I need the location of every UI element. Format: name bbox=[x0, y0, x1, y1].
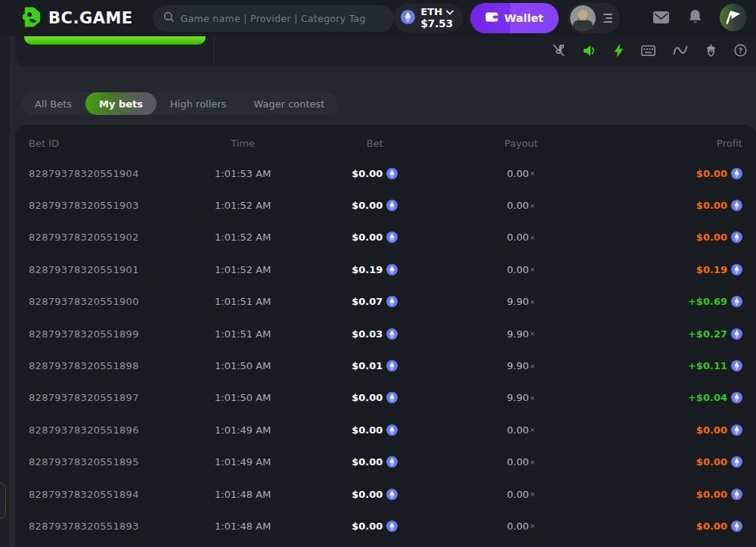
wallet-label: Wallet bbox=[504, 12, 544, 24]
eth-coin-icon bbox=[386, 328, 398, 340]
bet-id: 82879378320551901 bbox=[29, 264, 186, 275]
bets-table: Bet ID Time Bet Payout Profit 8287937832… bbox=[15, 125, 756, 547]
bet-time: 1:01:52 AM bbox=[186, 200, 300, 211]
multiplier-symbol: × bbox=[530, 490, 536, 498]
bet-amount: $0.00 bbox=[300, 456, 450, 468]
multiplier-symbol: × bbox=[530, 330, 536, 337]
bet-button-partial[interactable] bbox=[24, 36, 206, 45]
bet-profit: $0.00 bbox=[593, 521, 742, 532]
quests-button[interactable] bbox=[720, 4, 747, 33]
table-header: Bet ID Time Bet Payout Profit bbox=[29, 129, 742, 157]
table-row[interactable]: 82879378320551899 1:01:51 AM $0.03 9.90×… bbox=[29, 318, 742, 350]
table-row[interactable]: 82879378320551897 1:01:50 AM $0.00 9.90×… bbox=[29, 382, 742, 414]
bet-amount: $0.07 bbox=[300, 296, 450, 307]
mail-button[interactable] bbox=[653, 11, 669, 26]
table-row[interactable]: 82879378320551895 1:01:49 AM $0.00 0.00×… bbox=[29, 446, 742, 478]
sound-on-button[interactable] bbox=[583, 45, 596, 59]
bet-amount: $0.00 bbox=[300, 424, 450, 436]
multiplier-symbol: × bbox=[530, 169, 536, 177]
bet-payout: 9.90× bbox=[450, 296, 593, 307]
turbo-icon bbox=[614, 44, 624, 60]
bet-profit: $0.00 bbox=[593, 456, 742, 468]
bet-payout: 0.00× bbox=[450, 521, 593, 532]
bet-id: 82879378320551897 bbox=[29, 392, 186, 403]
pennant-icon bbox=[720, 4, 747, 33]
collapsed-side-button[interactable] bbox=[0, 483, 6, 519]
bets-tabs: All Bets My bets High rollers Wager cont… bbox=[21, 92, 338, 115]
bet-payout: 0.00× bbox=[450, 424, 593, 436]
multiplier-symbol: × bbox=[530, 202, 536, 210]
bet-id: 82879378320551896 bbox=[29, 424, 186, 436]
eth-coin-icon bbox=[386, 168, 398, 179]
notifications-button[interactable] bbox=[689, 10, 702, 26]
bet-profit: $0.00 bbox=[593, 424, 742, 436]
music-muted-button[interactable] bbox=[552, 44, 565, 59]
music-muted-icon bbox=[552, 44, 565, 59]
table-row[interactable]: 82879378320551902 1:01:52 AM $0.00 0.00×… bbox=[29, 222, 742, 253]
tab-high-rollers[interactable]: High rollers bbox=[156, 92, 240, 115]
bcgame-logo[interactable]: BC.GAME bbox=[21, 6, 133, 31]
eth-coin-icon bbox=[386, 360, 398, 371]
logo-text: BC.GAME bbox=[48, 9, 133, 27]
trends-button[interactable] bbox=[673, 45, 688, 58]
bet-time: 1:01:48 AM bbox=[186, 521, 300, 532]
bet-payout: 9.90× bbox=[450, 328, 593, 340]
col-bet: Bet bbox=[300, 138, 450, 149]
bet-profit: +$0.04 bbox=[593, 392, 742, 403]
bet-time: 1:01:50 AM bbox=[186, 392, 300, 403]
help-button[interactable]: ? bbox=[734, 44, 747, 59]
hotkeys-button[interactable] bbox=[641, 45, 655, 58]
table-row[interactable]: 82879378320551900 1:01:51 AM $0.07 9.90×… bbox=[29, 286, 742, 318]
bet-profit: $0.00 bbox=[593, 232, 742, 243]
balance-selector[interactable]: ETH $7.53 bbox=[394, 4, 463, 33]
search-icon bbox=[163, 11, 175, 26]
tab-all-bets[interactable]: All Bets bbox=[21, 92, 85, 115]
bet-amount: $0.00 bbox=[300, 200, 450, 211]
bet-time: 1:01:49 AM bbox=[186, 456, 300, 468]
eth-coin-icon bbox=[386, 456, 398, 468]
table-row[interactable]: 82879378320551894 1:01:48 AM $0.00 0.00×… bbox=[29, 478, 742, 510]
bet-amount: $0.03 bbox=[300, 328, 450, 340]
bet-time: 1:01:50 AM bbox=[186, 360, 300, 371]
bet-amount: $0.01 bbox=[300, 360, 450, 371]
top-navbar: BC.GAME ETH bbox=[0, 0, 756, 36]
eth-coin-icon bbox=[731, 200, 742, 211]
game-search[interactable] bbox=[153, 5, 395, 32]
col-time: Time bbox=[186, 138, 300, 149]
multiplier-symbol: × bbox=[530, 234, 536, 241]
bet-id: 82879378320551904 bbox=[29, 168, 186, 179]
multiplier-symbol: × bbox=[530, 362, 536, 370]
bet-payout: 9.90× bbox=[450, 360, 593, 371]
tab-my-bets[interactable]: My bets bbox=[85, 92, 156, 115]
tab-wager-contest[interactable]: Wager contest bbox=[240, 92, 338, 115]
bet-id: 82879378320551903 bbox=[29, 200, 186, 211]
eth-coin-icon bbox=[731, 328, 742, 340]
profile-menu[interactable] bbox=[568, 3, 620, 33]
turbo-button[interactable] bbox=[614, 44, 624, 60]
avatar bbox=[570, 5, 596, 31]
search-input[interactable] bbox=[181, 13, 384, 24]
table-row[interactable]: 82879378320551904 1:01:53 AM $0.00 0.00×… bbox=[29, 157, 742, 189]
multiplier-symbol: × bbox=[530, 522, 536, 530]
mail-icon bbox=[653, 11, 669, 26]
table-row[interactable]: 82879378320551893 1:01:48 AM $0.00 0.00×… bbox=[29, 510, 742, 542]
bet-time: 1:01:52 AM bbox=[186, 232, 300, 243]
bet-id: 82879378320551895 bbox=[29, 456, 186, 468]
bet-payout: 0.00× bbox=[450, 232, 593, 243]
eth-coin-icon bbox=[386, 489, 398, 500]
bet-profit: +$0.27 bbox=[593, 328, 742, 340]
wallet-button[interactable]: Wallet bbox=[470, 3, 559, 33]
bet-id: 82879378320551899 bbox=[29, 328, 186, 340]
eth-coin-icon bbox=[731, 456, 742, 468]
table-row[interactable]: 82879378320551896 1:01:49 AM $0.00 0.00×… bbox=[29, 414, 742, 446]
bet-profit: $0.00 bbox=[593, 168, 742, 179]
bet-amount: $0.00 bbox=[300, 521, 450, 532]
table-row[interactable]: 82879378320551901 1:01:52 AM $0.19 0.00×… bbox=[29, 253, 742, 285]
help-icon: ? bbox=[734, 44, 747, 59]
table-row[interactable]: 82879378320551898 1:01:50 AM $0.01 9.90×… bbox=[29, 350, 742, 381]
seeds-button[interactable] bbox=[705, 44, 717, 59]
bcgame-logo-icon bbox=[21, 6, 42, 31]
eth-coin-icon bbox=[401, 10, 415, 27]
table-row[interactable]: 82879378320551903 1:01:52 AM $0.00 0.00×… bbox=[29, 189, 742, 221]
eth-coin-icon bbox=[731, 264, 742, 275]
